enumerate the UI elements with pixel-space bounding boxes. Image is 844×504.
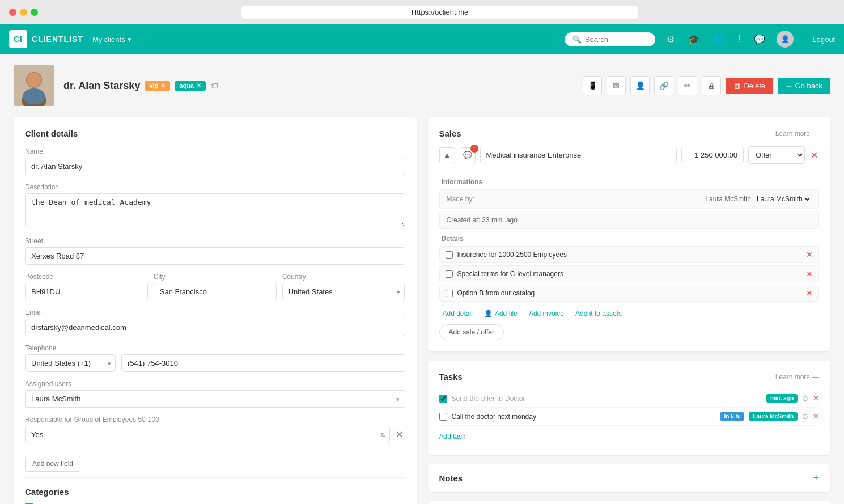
assigned-select[interactable]: Laura McSmith xyxy=(25,390,405,408)
sale-amount-input[interactable] xyxy=(681,147,744,163)
svg-point-3 xyxy=(27,73,41,87)
brand-icon: Cl xyxy=(9,30,27,48)
street-label: Street xyxy=(25,237,405,245)
search-input[interactable] xyxy=(585,35,642,44)
postcode-input[interactable] xyxy=(25,283,148,300)
vip-badge: vip ✕ xyxy=(145,81,170,91)
sale-close-button[interactable]: ✕ xyxy=(809,149,819,162)
brand-logo: Cl CLIENTLIST xyxy=(9,30,83,48)
city-group: City xyxy=(154,273,277,300)
task-2-checkbox[interactable] xyxy=(439,413,447,421)
sale-item: ▲ 💬 1 Offer Closed Lost ✕ xyxy=(439,146,820,171)
edit-button[interactable]: ✏ xyxy=(678,76,697,95)
detail-2-close[interactable]: ✕ xyxy=(806,269,813,278)
aqua-badge-remove[interactable]: ✕ xyxy=(196,82,201,90)
sales-card: Sales Learn more — ▲ 💬 1 xyxy=(428,117,831,351)
assigned-users-group: Assigned users Laura McSmith xyxy=(25,380,405,408)
description-textarea[interactable]: the Dean of medical Academy xyxy=(25,193,405,227)
add-invoice-button[interactable]: Add invoice xyxy=(525,307,567,320)
made-by-label: Made by: xyxy=(447,195,474,203)
name-field-group: Name xyxy=(25,147,405,175)
sale-collapse-button[interactable]: ▲ xyxy=(439,147,455,163)
client-details-title: Client details xyxy=(25,129,405,138)
detail-1-text: Insurence for 1000-2500 Employees xyxy=(457,251,802,259)
tag-icon[interactable]: 🏷 xyxy=(210,81,218,90)
task-2-view-button[interactable]: ⊙ xyxy=(802,412,808,421)
search-icon: 🔍 xyxy=(572,35,582,44)
add-to-assets-button[interactable]: Add it to assets xyxy=(572,307,625,320)
files-section: Files Learn more ▲ xyxy=(428,501,831,504)
add-task-button[interactable]: Add task xyxy=(439,429,466,444)
vip-badge-remove[interactable]: ✕ xyxy=(160,82,166,90)
postcode-label: Postcode xyxy=(25,273,148,281)
add-sale-offer-button[interactable]: Add sale / offer xyxy=(439,324,504,340)
sale-informations: Informations Made by: Laura McSmith Laur… xyxy=(439,178,820,229)
graduation-icon[interactable]: 🎓 xyxy=(686,32,702,47)
email-button[interactable]: ✉ xyxy=(607,76,626,95)
name-input[interactable] xyxy=(25,158,405,175)
task-1-view-button[interactable]: ⊙ xyxy=(802,394,808,403)
sale-details: Details Insurence for 1000-2500 Employee… xyxy=(439,235,820,302)
detail-2-checkbox[interactable] xyxy=(446,270,453,278)
made-by-value: Laura McSmith xyxy=(705,195,751,203)
exclamation-icon[interactable]: ! xyxy=(736,32,743,46)
made-by-select[interactable]: Laura McSmith xyxy=(754,194,812,204)
detail-1-checkbox[interactable] xyxy=(446,251,453,259)
task-2-delete-button[interactable]: ✕ xyxy=(813,412,819,421)
street-input[interactable] xyxy=(25,247,405,265)
detail-1-close[interactable]: ✕ xyxy=(806,250,813,259)
notes-add-button[interactable]: + xyxy=(813,472,819,484)
country-group: Country United States xyxy=(282,273,405,300)
logout-button[interactable]: → Logout xyxy=(803,35,835,44)
add-field-button[interactable]: Add new field xyxy=(25,456,80,472)
detail-3-close[interactable]: ✕ xyxy=(806,289,813,298)
add-file-button[interactable]: 👤 Add file xyxy=(481,307,521,320)
responsible-select[interactable]: Yes No xyxy=(25,426,390,443)
description-field-group: Description the Dean of medical Academy xyxy=(25,183,405,229)
settings-icon[interactable]: ⚙ xyxy=(664,32,677,47)
phone-number-input[interactable] xyxy=(121,354,405,372)
person-button[interactable]: 👤 xyxy=(630,76,650,95)
task-2-text: Call the doctor next monday xyxy=(452,413,716,421)
sale-status-select[interactable]: Offer Closed Lost xyxy=(748,146,805,164)
details-section-label: Details xyxy=(439,235,820,243)
go-back-button[interactable]: ← Go back xyxy=(778,78,830,94)
my-clients-nav[interactable]: My clients ▾ xyxy=(92,35,132,44)
mobile-button[interactable]: 📱 xyxy=(583,76,602,95)
phone-country-select[interactable]: United States (+1) xyxy=(25,354,116,372)
task-1-checkbox[interactable] xyxy=(439,395,447,403)
sales-title: Sales xyxy=(439,129,461,138)
search-box[interactable]: 🔍 xyxy=(565,32,655,46)
city-input[interactable] xyxy=(154,283,277,300)
country-select[interactable]: United States xyxy=(282,283,405,300)
sales-learn-more[interactable]: Learn more — xyxy=(775,130,819,138)
notes-title: Notes xyxy=(439,473,463,483)
add-detail-button[interactable]: Add detail xyxy=(439,307,476,320)
address-row: Postcode City Country United States xyxy=(25,273,405,300)
email-label: Email xyxy=(25,308,405,316)
street-field-group: Street xyxy=(25,237,405,265)
tasks-learn-more[interactable]: Learn more — xyxy=(775,373,819,381)
print-button[interactable]: 🖨 xyxy=(702,76,721,95)
phone-row: United States (+1) xyxy=(25,354,405,372)
created-at-label: Created at: 33 min. ago xyxy=(447,216,518,224)
detail-3-text: Option B from our catalog xyxy=(457,289,802,297)
email-input[interactable] xyxy=(25,319,405,336)
user-avatar[interactable]: 👤 xyxy=(777,31,794,48)
sale-name-input[interactable] xyxy=(480,147,677,163)
info-section-label: Informations xyxy=(439,178,820,186)
remove-responsible-button[interactable]: ✕ xyxy=(393,427,405,442)
detail-3-checkbox[interactable] xyxy=(446,290,453,297)
url-bar[interactable]: Https://oclient.me xyxy=(241,6,638,19)
right-column: Sales Learn more — ▲ 💬 1 xyxy=(428,117,831,504)
task-1-delete-button[interactable]: ✕ xyxy=(813,394,819,403)
delete-button[interactable]: 🗑 Delete xyxy=(726,78,773,94)
chat-icon[interactable]: 💬 xyxy=(752,32,767,47)
sale-comment-button[interactable]: 💬 1 xyxy=(460,147,476,163)
task-1-text: Send-the-offer-to-Doctor- xyxy=(452,395,762,403)
share-button[interactable]: 🔗 xyxy=(654,76,673,95)
client-avatar xyxy=(14,65,54,106)
task-2-time-badge: In 5 h. xyxy=(720,412,744,421)
globe-icon[interactable]: 🌐 xyxy=(711,32,727,47)
created-at-row: Created at: 33 min. ago xyxy=(439,211,820,229)
